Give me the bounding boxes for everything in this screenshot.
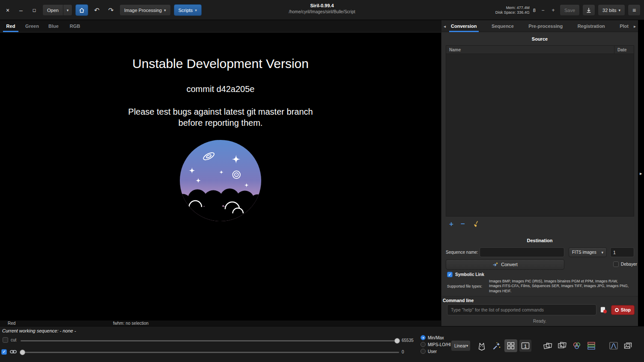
debayer-label[interactable]: Debayer [621, 262, 637, 267]
mips-label[interactable]: MIPS-LO/HI [428, 342, 451, 347]
threads-decrease-button[interactable]: − [539, 6, 547, 15]
tab-pre-processing-label: Pre-processing [528, 24, 563, 29]
frame-list-button[interactable] [622, 339, 635, 352]
right-panel: ◂ Conversion Sequence Pre-processing Reg… [441, 20, 638, 326]
convert-button[interactable]: Convert [446, 259, 564, 270]
tab-red[interactable]: Red [0, 20, 21, 32]
stop-button[interactable]: Stop [611, 305, 635, 315]
supported-types-text: Images BMP, Images PIC (IRIS), Images bi… [489, 279, 635, 294]
magic-wand-button[interactable] [490, 339, 503, 352]
dev-message: Please test bugs against latest git mast… [0, 106, 441, 128]
tab-rgb[interactable]: RGB [64, 20, 86, 32]
source-file-list[interactable]: Name Date [446, 45, 634, 217]
panel-expander[interactable]: ▸ [638, 20, 644, 326]
open-split-button: Open ▾ [42, 4, 72, 16]
save-as-button[interactable] [582, 4, 595, 16]
restore-button[interactable]: ◻ [29, 5, 39, 16]
output-format-label: FITS images [572, 250, 596, 255]
low-slider-knob[interactable] [20, 350, 25, 355]
wolf-head-button[interactable] [475, 339, 488, 352]
radio-minmax[interactable]: Min/Max [420, 335, 451, 340]
user-radio[interactable] [420, 349, 426, 354]
image-stack-icon [557, 341, 567, 351]
tab-conversion[interactable]: Conversion [449, 20, 479, 32]
stack-compare-button[interactable] [541, 339, 554, 352]
image-processing-button[interactable]: Image Processing ▾ [119, 4, 171, 16]
symbolic-link-checkbox[interactable]: ✓ [447, 272, 453, 277]
sequence-name-input[interactable] [480, 247, 564, 257]
stop-icon [615, 308, 619, 312]
command-line-title: Command line [441, 297, 638, 303]
bottom-bar: Current working sequence: - none - cut 6… [0, 326, 644, 362]
status-ready: Ready. [441, 319, 638, 323]
menu-button[interactable]: ≡ [628, 4, 641, 16]
magic-wand-icon [491, 341, 501, 351]
output-format-select[interactable]: FITS images ▾ [569, 247, 607, 257]
remove-files-button[interactable]: − [461, 220, 465, 228]
mips-radio[interactable] [420, 342, 426, 347]
cut-checkbox[interactable] [3, 337, 8, 343]
rgb-composition-icon [572, 341, 582, 351]
tab-rgb-label: RGB [70, 24, 80, 29]
save-button[interactable]: Save [560, 4, 580, 16]
link-icon[interactable] [10, 349, 17, 355]
radio-mips[interactable]: MIPS-LO/HI [420, 342, 451, 347]
disk-status: Disk Space: 336.4G [495, 10, 530, 15]
bit-depth-select[interactable]: 32 bits ▾ [598, 4, 625, 16]
tabs-scroll-right-icon[interactable]: ▸ [634, 20, 636, 32]
high-slider[interactable] [21, 340, 399, 341]
cut-label[interactable]: cut [11, 338, 16, 342]
tab-green[interactable]: Green [21, 20, 43, 32]
sequence-name-row: Sequence name: FITS images ▾ [441, 247, 638, 257]
histogram-button[interactable] [607, 339, 620, 352]
add-files-button[interactable]: + [449, 220, 453, 228]
redo-icon: ↷ [108, 6, 114, 14]
single-frame-button[interactable]: 1 [519, 339, 532, 352]
convert-row: Convert Debayer [441, 259, 638, 270]
open-recent-button[interactable]: ▾ [63, 4, 72, 16]
tab-conversion-label: Conversion [451, 24, 477, 29]
minimize-button[interactable]: – [16, 5, 26, 16]
tab-blue[interactable]: Blue [43, 20, 64, 32]
tab-registration[interactable]: Registration [576, 20, 607, 32]
command-input[interactable] [447, 304, 596, 315]
column-name[interactable]: Name [449, 46, 461, 54]
radio-user[interactable]: User [420, 349, 451, 354]
command-log-button[interactable] [599, 305, 609, 315]
tabs-scroll-left-icon[interactable]: ◂ [444, 20, 446, 32]
undo-button[interactable]: ↶ [91, 5, 102, 16]
threads-increase-button[interactable]: + [549, 6, 557, 15]
image-canvas[interactable]: Unstable Development Version commit d42a… [0, 33, 441, 320]
image-stack-button[interactable] [556, 339, 569, 352]
channel-tabs: Red Green Blue RGB [0, 20, 441, 33]
minimize-icon: – [19, 7, 23, 14]
tab-plot[interactable]: Plot [618, 20, 630, 32]
source-file-rows[interactable] [446, 54, 634, 216]
channel-extraction-button[interactable] [585, 339, 598, 352]
clear-list-button[interactable] [472, 220, 480, 228]
display-mode-select[interactable]: Linear ▾ [451, 340, 471, 351]
tab-sequence[interactable]: Sequence [490, 20, 516, 32]
low-slider[interactable] [21, 352, 399, 353]
start-index-input[interactable] [610, 247, 634, 257]
minus-icon: − [461, 220, 465, 228]
high-slider-knob[interactable] [394, 338, 400, 344]
symbolic-link-label[interactable]: Symbolic Link [455, 272, 484, 277]
home-button[interactable] [75, 4, 88, 16]
user-label[interactable]: User [428, 349, 437, 354]
redo-button[interactable]: ↷ [105, 5, 116, 16]
tab-pre-processing[interactable]: Pre-processing [527, 20, 564, 32]
grid-view-button[interactable] [504, 339, 517, 352]
column-date[interactable]: Date [614, 46, 627, 53]
minmax-radio[interactable] [420, 335, 426, 340]
debayer-checkbox[interactable] [613, 261, 619, 267]
close-button[interactable]: × [3, 5, 13, 16]
source-title: Source [441, 36, 638, 42]
autostretch-checkbox[interactable]: ✓ [1, 349, 7, 355]
minmax-label[interactable]: Min/Max [428, 335, 444, 340]
supported-line1: Images BMP, Images PIC (IRIS), Images bi… [489, 279, 618, 283]
open-button[interactable]: Open [42, 4, 63, 16]
resource-status: Mem: 477.4M Disk Space: 336.4G [495, 6, 530, 15]
chevron-down-icon: ▾ [466, 344, 468, 348]
rgb-composition-button[interactable] [570, 339, 583, 352]
